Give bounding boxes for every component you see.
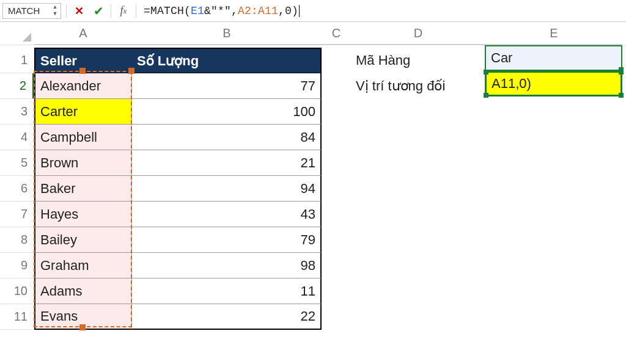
col-header-B[interactable]: B — [132, 22, 322, 45]
formula-text: &"*", — [204, 5, 238, 17]
cell-A2[interactable]: Alexander — [34, 73, 132, 99]
row-header-11[interactable]: 11 — [0, 304, 34, 330]
cell-D3[interactable] — [351, 99, 485, 125]
separator — [136, 4, 136, 18]
selection-handle-icon[interactable] — [484, 70, 488, 75]
row-header-1[interactable]: 1 — [0, 48, 34, 73]
selection-handle-icon[interactable] — [619, 93, 624, 98]
cell-D10[interactable] — [351, 278, 485, 304]
formula-input[interactable]: =MATCH(E1&"*",A2:A11,0) — [141, 3, 624, 19]
row-header-7[interactable]: 7 — [0, 202, 34, 227]
stepper-down-icon[interactable]: ▼ — [51, 12, 59, 17]
cell-B6[interactable]: 94 — [132, 176, 322, 202]
cell-D6[interactable] — [351, 176, 485, 202]
selection-handle-icon[interactable] — [619, 70, 624, 75]
cell-D8[interactable] — [351, 227, 485, 253]
table-header-seller[interactable]: Seller — [34, 48, 132, 73]
cell-D1[interactable]: Mã Hàng — [351, 48, 485, 73]
cell-C10[interactable] — [322, 278, 351, 304]
cell-E8[interactable] — [485, 227, 622, 253]
table-header-qty[interactable]: Số Lượng — [132, 48, 322, 73]
cell-B8[interactable]: 79 — [132, 227, 322, 253]
text-caret — [299, 5, 300, 17]
cell-E3[interactable] — [485, 99, 622, 125]
cell-E6[interactable] — [485, 176, 622, 202]
cell-E4[interactable] — [485, 125, 622, 150]
cell-A11[interactable]: Evans — [34, 304, 132, 330]
fx-button[interactable]: fx — [116, 4, 131, 18]
cell-B2[interactable]: 77 — [132, 73, 322, 99]
name-box-stepper[interactable]: ▲ ▼ — [51, 5, 59, 17]
col-header-A[interactable]: A — [34, 22, 132, 45]
separator — [111, 4, 111, 18]
name-box-value: MATCH — [8, 5, 40, 16]
cell-A7[interactable]: Hayes — [34, 202, 132, 227]
col-header-E[interactable]: E — [485, 22, 622, 45]
cell-B10[interactable]: 11 — [132, 278, 322, 304]
selection-handle-icon[interactable] — [484, 93, 488, 98]
row-header-2[interactable]: 2 — [0, 73, 34, 99]
formula-ref-e1: E1 — [191, 5, 204, 17]
cell-A6[interactable]: Baker — [34, 176, 132, 202]
cell-A10[interactable]: Adams — [34, 278, 132, 304]
cell-E1-underlay[interactable] — [485, 48, 622, 73]
col-header-C[interactable]: C — [322, 22, 351, 45]
cell-D4[interactable] — [351, 125, 485, 150]
name-box[interactable]: MATCH ▲ ▼ — [2, 3, 61, 19]
cell-D2[interactable]: Vị trí tương đối — [351, 73, 485, 99]
row-header-3[interactable]: 3 — [0, 99, 34, 125]
formula-bar: MATCH ▲ ▼ ✕ ✔ fx =MATCH(E1&"*",A2:A11,0) — [0, 0, 626, 22]
cancel-button[interactable]: ✕ — [72, 4, 86, 18]
cell-A4[interactable]: Campbell — [34, 125, 132, 150]
cell-C5[interactable] — [322, 150, 351, 176]
formula-text: ,0) — [278, 5, 298, 17]
confirm-button[interactable]: ✔ — [91, 4, 106, 18]
cell-E2-value: A11,0) — [492, 76, 531, 92]
separator — [66, 4, 67, 18]
cell-C1[interactable] — [322, 48, 351, 73]
cell-B3[interactable]: 100 — [132, 99, 322, 125]
row-header-5[interactable]: 5 — [0, 150, 34, 176]
worksheet[interactable]: A B C D E 1 Seller Số Lượng Mã Hàng 2 Al… — [0, 22, 626, 330]
cell-B9[interactable]: 98 — [132, 253, 322, 278]
cell-B11[interactable]: 22 — [132, 304, 322, 330]
grid[interactable]: A B C D E 1 Seller Số Lượng Mã Hàng 2 Al… — [0, 22, 626, 330]
cell-D5[interactable] — [351, 150, 485, 176]
col-header-D[interactable]: D — [351, 22, 485, 45]
cell-E7[interactable] — [485, 202, 622, 227]
cell-C9[interactable] — [322, 253, 351, 278]
select-all-corner[interactable] — [0, 22, 34, 45]
cell-C2[interactable] — [322, 73, 351, 99]
cell-C3[interactable] — [322, 99, 351, 125]
cell-A8[interactable]: Bailey — [34, 227, 132, 253]
cell-C8[interactable] — [322, 227, 351, 253]
active-cell-E2[interactable]: A11,0) — [485, 71, 622, 96]
cell-B4[interactable]: 84 — [132, 125, 322, 150]
cell-B5[interactable]: 21 — [132, 150, 322, 176]
cell-A5[interactable]: Brown — [34, 150, 132, 176]
cell-B7[interactable]: 43 — [132, 202, 322, 227]
row-header-10[interactable]: 10 — [0, 278, 34, 304]
stepper-up-icon[interactable]: ▲ — [51, 5, 59, 10]
formula-ref-range: A2:A11 — [238, 5, 278, 17]
cell-C11[interactable] — [322, 304, 351, 330]
cell-A3[interactable]: Carter — [34, 99, 132, 125]
cell-D11[interactable] — [351, 304, 485, 330]
row-header-9[interactable]: 9 — [0, 253, 34, 278]
cell-A9[interactable]: Graham — [34, 253, 132, 278]
row-header-4[interactable]: 4 — [0, 125, 34, 150]
cell-E9[interactable] — [485, 253, 622, 278]
cell-E5[interactable] — [485, 150, 622, 176]
cell-C7[interactable] — [322, 202, 351, 227]
cell-D7[interactable] — [351, 202, 485, 227]
row-header-6[interactable]: 6 — [0, 176, 34, 202]
cell-E10[interactable] — [485, 278, 622, 304]
cell-E11[interactable] — [485, 304, 622, 330]
cell-C4[interactable] — [322, 125, 351, 150]
cell-D9[interactable] — [351, 253, 485, 278]
formula-text: =MATCH( — [144, 5, 191, 17]
cell-C6[interactable] — [322, 176, 351, 202]
row-header-8[interactable]: 8 — [0, 227, 34, 253]
